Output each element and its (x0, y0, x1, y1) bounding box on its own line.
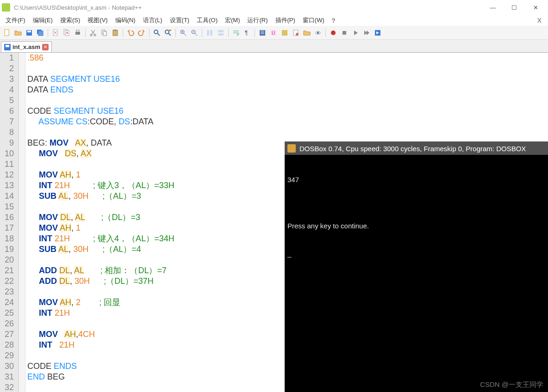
new-file-icon[interactable] (2, 28, 12, 38)
line-number: 18 (5, 233, 14, 244)
zoom-out-icon[interactable] (189, 28, 199, 38)
line-number: 10 (5, 148, 14, 159)
maximize-button[interactable]: ☐ (504, 0, 525, 15)
code-line[interactable]: .586 (25, 53, 548, 63)
save-icon[interactable] (24, 28, 34, 38)
token-num: 21H (55, 234, 70, 243)
find-icon[interactable] (152, 28, 162, 38)
token-txt (81, 298, 99, 307)
menubar: 文件(F) 编辑(E) 搜索(S) 视图(V) 编码(N) 语言(L) 设置(T… (0, 15, 548, 26)
token-num: 21H (55, 181, 70, 190)
minimize-button[interactable]: — (482, 0, 504, 15)
cut-icon[interactable] (88, 28, 98, 38)
paste-icon[interactable] (110, 28, 120, 38)
token-reg: AL (58, 245, 68, 254)
toolbar-sep (123, 29, 123, 37)
token-txt (90, 276, 104, 286)
token-reg: AL (58, 191, 68, 201)
code-line[interactable]: DATA ENDS (25, 85, 548, 95)
sync-v-icon[interactable] (205, 28, 215, 38)
zoom-in-icon[interactable] (178, 28, 188, 38)
menu-language[interactable]: 语言(L) (139, 16, 166, 24)
toolbar-sep (255, 29, 255, 37)
token-txt (27, 340, 39, 349)
code-line[interactable] (25, 63, 548, 74)
wordwrap-icon[interactable] (231, 28, 241, 38)
menu-close-doc[interactable]: X (533, 17, 546, 24)
token-kw2: END (27, 372, 45, 381)
token-dir: .586 (27, 53, 44, 62)
dosbox-titlebar[interactable]: DOSBox 0.74, Cpu speed: 3000 cycles, Fra… (285, 142, 548, 155)
svg-rect-0 (5, 30, 9, 36)
close-file-icon[interactable] (50, 28, 61, 38)
menu-tools[interactable]: 工具(O) (193, 16, 221, 24)
save-status-icon (4, 44, 11, 50)
menu-macro[interactable]: 宏(M) (221, 16, 244, 24)
play-multi-icon[interactable] (361, 28, 372, 38)
dosbox-window[interactable]: DOSBox 0.74, Cpu speed: 3000 cycles, Fra… (285, 141, 548, 392)
line-number: 22 (5, 276, 14, 287)
undo-icon[interactable] (125, 28, 136, 38)
code-line[interactable]: ASSUME CS:CODE, DS:DATA (25, 116, 548, 127)
line-number: 12 (5, 170, 14, 180)
svg-rect-8 (75, 32, 80, 35)
doc-map-icon[interactable] (280, 28, 290, 38)
doc-list-icon[interactable] (291, 28, 301, 38)
line-number: 23 (5, 287, 14, 297)
menu-search[interactable]: 搜索(S) (56, 16, 84, 24)
token-txt (70, 181, 93, 190)
window-title: C:\Users\ASUS\Desktop\int_x.asm - Notepa… (14, 4, 482, 11)
menu-edit[interactable]: 编辑(E) (29, 16, 56, 24)
sync-h-icon[interactable] (216, 28, 226, 38)
token-kw: SUB (39, 191, 56, 201)
save-macro-icon[interactable] (373, 28, 383, 38)
menu-settings[interactable]: 设置(T) (166, 16, 193, 24)
code-line[interactable] (25, 95, 548, 106)
toolbar-sep (175, 29, 176, 37)
menu-help[interactable]: ? (328, 17, 339, 24)
token-kw2: USE16 (97, 106, 124, 116)
folder-icon[interactable] (302, 28, 312, 38)
svg-rect-21 (207, 30, 209, 36)
token-com: ; 键入3，（AL）=33H (93, 181, 174, 190)
token-kw: INT (39, 181, 52, 190)
dosbox-title: DOSBox 0.74, Cpu speed: 3000 cycles, Fra… (299, 145, 526, 153)
code-line[interactable]: CODE SEGMENT USE16 (25, 106, 548, 116)
close-button[interactable]: ✕ (525, 0, 546, 15)
save-all-icon[interactable] (35, 28, 45, 38)
menu-view[interactable]: 视图(V) (84, 16, 111, 24)
code-line[interactable]: DATA SEGMENT USE16 (25, 74, 548, 85)
token-num: 30H (73, 245, 88, 254)
copy-icon[interactable] (99, 28, 109, 38)
token-com: ;（DL）=3 (101, 213, 140, 222)
open-file-icon[interactable] (13, 28, 23, 38)
line-number: 3 (5, 74, 14, 85)
monitor-icon[interactable] (313, 28, 323, 38)
menu-run[interactable]: 运行(R) (243, 16, 271, 24)
menu-encoding[interactable]: 编码(N) (112, 16, 139, 24)
dosbox-icon (287, 144, 296, 153)
show-all-chars-icon[interactable]: ¶ (242, 28, 252, 38)
svg-rect-9 (76, 30, 79, 32)
menu-file[interactable]: 文件(F) (2, 16, 29, 24)
play-macro-icon[interactable] (350, 28, 361, 38)
stop-macro-icon[interactable] (339, 28, 349, 38)
token-num: 1 (76, 170, 81, 179)
line-number: 11 (5, 159, 14, 170)
replace-icon[interactable] (163, 28, 173, 38)
token-reg: DL (60, 213, 71, 222)
menu-plugins[interactable]: 插件(P) (272, 16, 299, 24)
token-kw: MOV (50, 138, 68, 147)
record-macro-icon[interactable] (328, 28, 338, 38)
indent-guide-icon[interactable] (257, 28, 268, 38)
close-all-icon[interactable] (62, 28, 72, 38)
redo-icon[interactable] (137, 28, 147, 38)
tab-int-x-asm[interactable]: int_x.asm ✕ (1, 41, 52, 52)
svg-rect-13 (103, 31, 106, 36)
code-line[interactable] (25, 127, 548, 138)
print-icon[interactable] (73, 28, 83, 38)
token-reg: AX (81, 149, 92, 158)
menu-window[interactable]: 窗口(W) (299, 16, 328, 24)
tab-close-icon[interactable]: ✕ (42, 44, 49, 50)
userlang-icon[interactable]: U (268, 28, 279, 38)
